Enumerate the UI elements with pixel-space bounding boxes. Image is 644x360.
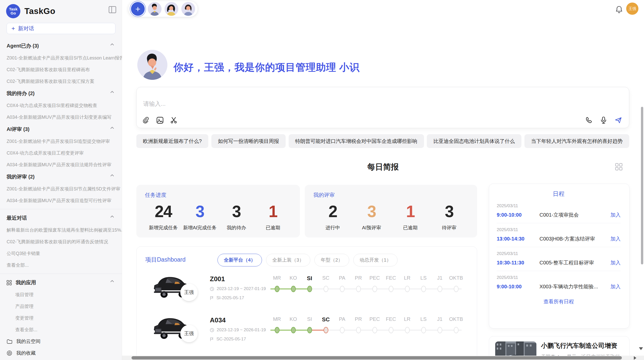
milestone-dot-pr[interactable] <box>356 286 361 292</box>
scroll-down-arrow-icon[interactable] <box>639 347 643 350</box>
chevron-up-icon[interactable] <box>110 280 114 282</box>
milestone-dot-mr[interactable] <box>275 286 280 292</box>
sidebar-apps-header[interactable]: 我的应用 <box>0 276 122 289</box>
milestone-dot-pr[interactable] <box>356 327 361 333</box>
milestone-dot-pa[interactable] <box>340 327 345 333</box>
sidebar-item[interactable]: 查看全部... <box>0 259 122 271</box>
send-icon[interactable] <box>615 117 622 124</box>
sidebar-section-header[interactable]: 我的评审 (2) <box>0 171 122 183</box>
milestone-dot-j1[interactable] <box>437 327 442 333</box>
chevron-up-icon[interactable] <box>110 174 114 177</box>
agent-avatar-2[interactable] <box>165 2 178 16</box>
sidebar-item[interactable]: A034-全新新能源MUV产品开发项目计划变更表编写 <box>0 111 122 123</box>
milestone-label: LR <box>399 275 415 282</box>
chat-input[interactable] <box>143 100 448 107</box>
sidebar-item[interactable]: 解释最新出台的欧盟报废车法规再生塑料比例被调至15%... <box>0 224 122 236</box>
sidebar-section-header[interactable]: Agent已办 (3) <box>0 40 122 52</box>
sidebar-section-header[interactable]: 我的待办 (2) <box>0 87 122 100</box>
event-date: 2025/03/11 <box>497 275 621 280</box>
milestone-dot-mr[interactable] <box>275 327 280 333</box>
sidebar-app-item[interactable]: 项目管理 <box>0 289 122 301</box>
sidebar-app-item[interactable]: 产品管理 <box>0 301 122 312</box>
notifications-bell-icon[interactable] <box>616 6 623 13</box>
milestone-labels: MRKOSISCPAPRPECFECLRLSJ1OKTB <box>269 316 470 323</box>
microphone-icon[interactable] <box>600 117 607 124</box>
milestone-dot-ko[interactable] <box>291 286 296 292</box>
chevron-up-icon[interactable] <box>110 215 114 218</box>
metric: 3待评审 <box>430 202 469 231</box>
milestone-dot-j1[interactable] <box>437 286 442 292</box>
milestone-dot-pec[interactable] <box>372 327 377 333</box>
sidebar-section-header[interactable]: 最近对话 <box>0 212 122 224</box>
sidebar-item[interactable]: 公司Q3轻卡销量 <box>0 248 122 259</box>
milestone-dot-sc[interactable] <box>324 286 328 292</box>
milestone-label: SC <box>318 316 334 323</box>
sidebar-item[interactable]: Z001-全新燃油皮卡产品开发项目SI节点Lesson Learn报告 <box>0 52 122 64</box>
metric: 1已逾期 <box>391 202 430 231</box>
milestone-dot-ls[interactable] <box>421 286 426 292</box>
project-dates: 2023-12-19 ~ 2027-01-19 <box>210 286 266 291</box>
suggestion-chip[interactable]: 当下年轻人对汽车外观有怎样的喜好趋势 <box>524 134 629 148</box>
milestone-label: SC <box>318 275 334 282</box>
sidebar-item[interactable]: A034-全新新能源MUV产品开发项目造型可行性评审 <box>0 195 122 206</box>
chevron-up-icon[interactable] <box>110 43 114 46</box>
attachment-icon[interactable] <box>143 117 150 124</box>
suggestion-chip[interactable]: 特朗普可能对进口汽车增税会对中国车企造成哪些影响 <box>289 134 424 148</box>
scissors-icon[interactable] <box>170 117 177 124</box>
sidebar-app-item[interactable]: 变更管理 <box>0 312 122 324</box>
join-link[interactable]: 加入 <box>610 283 621 290</box>
milestone-dot-pec[interactable] <box>372 286 377 292</box>
milestone-dot-sc[interactable] <box>324 327 328 333</box>
suggestion-chip[interactable]: 比亚迪全固态电池计划具体说了什么 <box>427 134 521 148</box>
filter-chip[interactable]: 全新上装（3） <box>266 254 311 266</box>
sidebar-item[interactable]: C02-飞腾新能源轻客改款项目的闭环通告反馈情况 <box>0 236 122 248</box>
filter-chip[interactable]: 全新平台（4） <box>217 254 262 266</box>
vertical-scrollbar-thumb[interactable] <box>641 107 643 264</box>
filter-chip[interactable]: 动总开发（1） <box>353 254 398 266</box>
milestone-dot-si[interactable] <box>307 327 312 333</box>
phone-call-icon[interactable] <box>585 117 592 124</box>
new-chat-button[interactable]: + 新对话 <box>7 23 115 34</box>
collapse-sidebar-icon[interactable] <box>109 6 116 13</box>
milestone-dot-fec[interactable] <box>389 286 393 292</box>
join-link[interactable]: 加入 <box>610 259 621 266</box>
add-session-button[interactable]: + <box>131 2 145 16</box>
schedule-event: 2025/03/1113:00-14:30C003|H0B-方案冻结评审加入 <box>497 223 621 247</box>
user-avatar[interactable]: 王强 <box>626 3 638 15</box>
milestone-dot-pa[interactable] <box>340 286 345 292</box>
sidebar-app-item[interactable]: 查看全部... <box>0 324 122 336</box>
milestone-dot-ls[interactable] <box>421 327 426 333</box>
image-icon[interactable] <box>156 117 164 124</box>
sidebar-item[interactable]: C0X4-动力总成开发项目SI里程碑提交物检查 <box>0 100 122 111</box>
sidebar-item[interactable]: C02-飞腾新能源轻客改款项目里程碑画布 <box>0 64 122 76</box>
join-link[interactable]: 加入 <box>610 235 621 242</box>
milestone-dot-ko[interactable] <box>291 327 296 333</box>
scroll-right-arrow-icon[interactable] <box>634 356 636 360</box>
sidebar-link-8[interactable]: 我的云空间 <box>0 336 122 347</box>
agent-avatar-3[interactable] <box>181 2 195 16</box>
view-all-schedule-link[interactable]: 查看所有日程 <box>497 295 621 309</box>
chevron-up-icon[interactable] <box>110 127 114 129</box>
sidebar-item[interactable]: C0X4-动力总成开发项目工程变更评审 <box>0 147 122 159</box>
agent-avatar-1[interactable] <box>148 2 162 16</box>
layout-grid-icon[interactable] <box>615 163 623 171</box>
sidebar-item[interactable]: A034-全新新能源MUV产品开发项目法规符合性评审 <box>0 159 122 171</box>
filter-chip[interactable]: 年型（2） <box>314 254 349 266</box>
horizontal-scrollbar-thumb[interactable] <box>131 356 622 359</box>
suggestion-chip[interactable]: 欧洲新规最近颁布了什么? <box>136 134 208 148</box>
chevron-up-icon[interactable] <box>110 91 114 93</box>
sidebar-link-9[interactable]: 我的收藏 <box>0 347 122 359</box>
sidebar-item[interactable]: C02-飞腾新能源轻客改款项目立项汇报方案 <box>0 76 122 87</box>
milestone-dot-fec[interactable] <box>389 327 393 333</box>
sidebar-item[interactable]: Z001-全新燃油轻卡产品开发项目SI节点属性5D文件评审 <box>0 183 122 195</box>
sidebar-link-label: 我的云空间 <box>16 338 40 345</box>
sidebar-item[interactable]: Z001-全新燃油轻卡产品开发项目SI造型提交物评审 <box>0 136 122 147</box>
milestone-dot-oktb[interactable] <box>454 327 459 333</box>
milestone-dot-lr[interactable] <box>405 286 410 292</box>
suggestion-chip[interactable]: 如何写一份清晰的项目周报 <box>211 134 286 148</box>
sidebar-section-header[interactable]: AI评审 (3) <box>0 123 122 136</box>
milestone-dot-lr[interactable] <box>405 327 410 333</box>
milestone-dot-oktb[interactable] <box>454 286 459 292</box>
join-link[interactable]: 加入 <box>610 212 621 218</box>
milestone-dot-si[interactable] <box>307 286 312 292</box>
